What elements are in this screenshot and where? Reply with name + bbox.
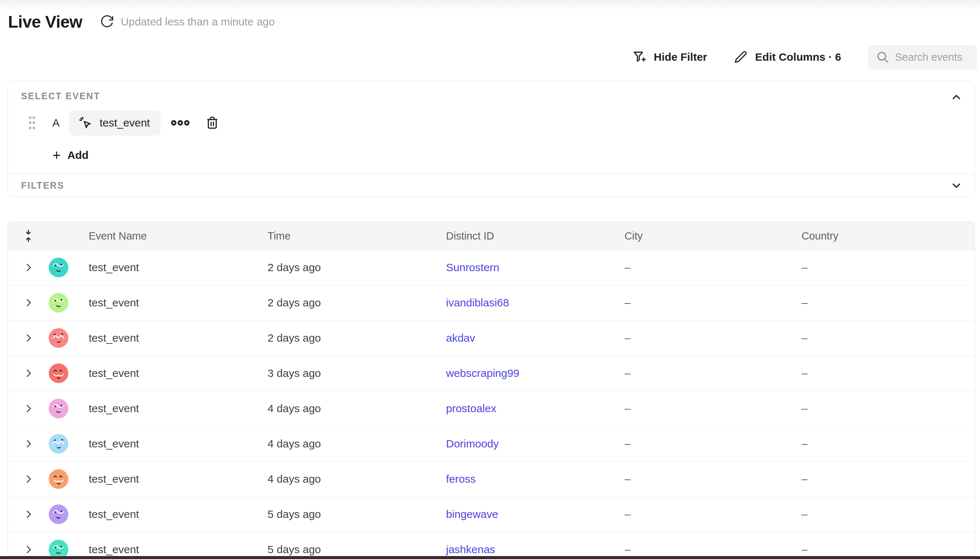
row-country: – <box>802 261 975 274</box>
row-city: – <box>625 543 802 556</box>
chevron-right-icon <box>23 474 34 485</box>
expand-row-button[interactable] <box>8 262 49 273</box>
row-event-name: test_event <box>89 402 268 415</box>
row-time: 5 days ago <box>268 543 446 556</box>
edit-columns-button[interactable]: Edit Columns · 6 <box>734 50 841 64</box>
top-gradient <box>0 0 980 11</box>
expand-row-button[interactable] <box>8 403 49 414</box>
expand-row-button[interactable] <box>8 474 49 485</box>
header-event-name[interactable]: Event Name <box>89 230 268 242</box>
add-event-button[interactable]: + Add <box>8 148 975 162</box>
row-distinct-id-link[interactable]: jashkenas <box>446 543 495 556</box>
search-input[interactable] <box>895 51 970 63</box>
drag-handle[interactable] <box>28 115 36 131</box>
avatar <box>49 399 68 418</box>
select-event-label: SELECT EVENT <box>21 91 100 101</box>
row-distinct-id-link[interactable]: ivandiblasi68 <box>446 296 509 309</box>
delete-event-button[interactable] <box>205 116 220 130</box>
row-distinct-id-link[interactable]: bingewave <box>446 508 498 520</box>
avatar <box>49 469 68 489</box>
row-time: 2 days ago <box>268 332 446 344</box>
event-step-row: A test_event <box>8 110 975 136</box>
row-distinct-id-link[interactable]: feross <box>446 473 476 485</box>
chevron-right-icon <box>23 544 34 555</box>
pencil-icon <box>734 50 748 64</box>
add-label: Add <box>67 149 88 161</box>
table-row[interactable]: test_event 2 days ago Sunrostern – – <box>8 250 975 285</box>
chevron-down-icon <box>950 180 963 192</box>
avatar-cell <box>49 258 89 277</box>
row-country: – <box>802 332 975 344</box>
avatar-cell <box>49 364 89 383</box>
filters-section: FILTERS <box>8 174 975 197</box>
row-time: 2 days ago <box>268 296 446 309</box>
select-event-section: SELECT EVENT A <box>8 81 975 174</box>
collapse-vertical-icon <box>22 228 35 243</box>
table-row[interactable]: test_event 3 days ago webscraping99 – – <box>8 356 975 391</box>
step-letter: A <box>52 117 59 129</box>
plus-icon: + <box>52 148 61 162</box>
avatar <box>49 364 68 383</box>
row-city: – <box>625 296 802 309</box>
row-city: – <box>625 438 802 450</box>
avatar-cell <box>49 399 89 418</box>
table-row[interactable]: test_event 4 days ago Dorimoody – – <box>8 426 975 461</box>
table-row[interactable]: test_event 2 days ago akdav – – <box>8 320 975 356</box>
expand-filters-button[interactable] <box>949 178 964 194</box>
search-box[interactable] <box>868 45 977 69</box>
row-time: 3 days ago <box>268 367 446 379</box>
row-distinct-id-link[interactable]: Sunrostern <box>446 261 499 273</box>
row-event-name: test_event <box>89 508 268 521</box>
events-table: Event Name Time Distinct ID City Country <box>8 222 975 556</box>
header-country[interactable]: Country <box>802 230 975 242</box>
table-row[interactable]: test_event 5 days ago bingewave – – <box>8 496 975 532</box>
avatar <box>49 540 68 556</box>
avatar <box>49 504 68 524</box>
collapse-section-button[interactable] <box>949 89 964 105</box>
row-distinct-id-link[interactable]: akdav <box>446 332 475 344</box>
chevron-right-icon <box>23 438 34 449</box>
selected-event-name: test_event <box>99 117 150 129</box>
header-city[interactable]: City <box>625 230 802 242</box>
table-body: test_event 2 days ago Sunrostern – – <box>8 250 975 556</box>
row-country: – <box>802 402 975 415</box>
refresh-button[interactable] <box>99 14 115 30</box>
hide-filter-button[interactable]: Hide Filter <box>632 50 707 64</box>
row-country: – <box>802 473 975 485</box>
chevron-right-icon <box>23 509 34 520</box>
row-distinct-id-link[interactable]: prostoalex <box>446 402 496 414</box>
collapse-all-rows-button[interactable] <box>8 228 49 243</box>
row-distinct-id-link[interactable]: Dorimoody <box>446 438 499 450</box>
row-event-name: test_event <box>89 261 268 274</box>
row-distinct-id-link[interactable]: webscraping99 <box>446 367 519 379</box>
table-row[interactable]: test_event 2 days ago ivandiblasi68 – – <box>8 285 975 320</box>
avatar-cell <box>49 469 89 489</box>
table-row[interactable]: test_event 4 days ago feross – – <box>8 461 975 496</box>
event-more-options-button[interactable] <box>171 119 190 127</box>
row-city: – <box>625 332 802 344</box>
header-distinct-id[interactable]: Distinct ID <box>446 230 625 242</box>
hide-filter-label: Hide Filter <box>654 51 707 63</box>
updated-status: Updated less than a minute ago <box>121 16 275 28</box>
row-time: 4 days ago <box>268 473 446 485</box>
chevron-right-icon <box>23 332 34 344</box>
expand-row-button[interactable] <box>8 438 49 449</box>
expand-row-button[interactable] <box>8 544 49 555</box>
row-country: – <box>802 367 975 379</box>
chevron-up-icon <box>950 91 963 103</box>
table-row[interactable]: test_event 5 days ago jashkenas – – <box>8 532 975 556</box>
expand-row-button[interactable] <box>8 297 49 308</box>
chevron-right-icon <box>23 297 34 308</box>
search-icon <box>876 51 889 64</box>
event-selector-button[interactable]: test_event <box>69 110 161 136</box>
table-row[interactable]: test_event 4 days ago prostoalex – – <box>8 391 975 426</box>
edit-columns-label: Edit Columns · 6 <box>755 51 841 63</box>
header-time[interactable]: Time <box>268 230 446 242</box>
row-city: – <box>625 508 802 521</box>
expand-row-button[interactable] <box>8 368 49 379</box>
expand-row-button[interactable] <box>8 332 49 344</box>
row-city: – <box>625 367 802 379</box>
row-city: – <box>625 473 802 485</box>
toolbar: Hide Filter Edit Columns · 6 <box>632 44 977 70</box>
expand-row-button[interactable] <box>8 509 49 520</box>
